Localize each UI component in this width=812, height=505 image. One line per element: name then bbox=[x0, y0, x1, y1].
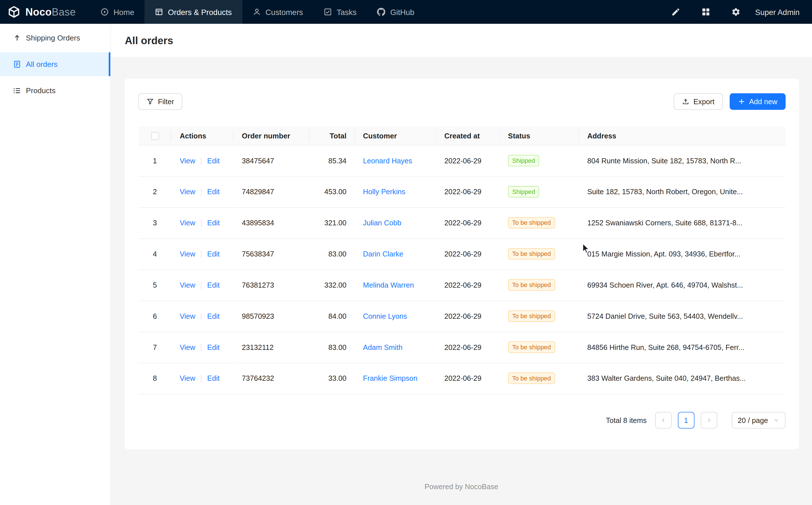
sidebar-item-all-orders[interactable]: All orders bbox=[0, 52, 110, 76]
customer-link[interactable]: Melinda Warren bbox=[363, 281, 414, 289]
prev-page-button[interactable] bbox=[655, 411, 672, 428]
row-index: 3 bbox=[153, 218, 157, 227]
page-size-value: 20 / page bbox=[738, 416, 768, 424]
customer-link[interactable]: Adam Smith bbox=[363, 343, 402, 351]
customers-icon bbox=[253, 8, 261, 16]
status-cell: Shipped bbox=[500, 145, 579, 176]
list-icon bbox=[13, 87, 21, 95]
row-index-cell: 5 bbox=[139, 270, 172, 301]
customer-link[interactable]: Leonard Hayes bbox=[363, 157, 412, 165]
nav-item-github[interactable]: GitHub bbox=[367, 0, 425, 24]
chevron-left-icon bbox=[660, 417, 666, 423]
total-cell: 83.00 bbox=[309, 331, 355, 363]
edit-link[interactable]: Edit bbox=[207, 312, 220, 320]
order-number-cell: 38475647 bbox=[234, 145, 309, 176]
column-header-actions: Actions bbox=[172, 127, 234, 145]
github-icon bbox=[377, 8, 385, 16]
edit-link[interactable]: Edit bbox=[207, 156, 220, 164]
user-menu[interactable]: Super Admin bbox=[755, 8, 800, 16]
total-cell: 33.00 bbox=[309, 363, 355, 394]
address-cell: 015 Margie Mission, Apt. 093, 34936, Ebe… bbox=[579, 238, 785, 270]
vertical-divider bbox=[201, 344, 202, 352]
navbar-right: Super Admin bbox=[651, 0, 812, 24]
view-link[interactable]: View bbox=[180, 374, 195, 382]
view-link[interactable]: View bbox=[180, 250, 195, 258]
page-number-button[interactable]: 1 bbox=[678, 411, 694, 428]
customer-cell: Julian Cobb bbox=[355, 207, 436, 238]
settings-gear-icon[interactable] bbox=[731, 7, 741, 17]
status-tag: To be shipped bbox=[508, 248, 555, 260]
view-link[interactable]: View bbox=[180, 312, 195, 320]
customer-link[interactable]: Darin Clarke bbox=[363, 250, 403, 258]
created-at-cell: 2022-06-29 bbox=[436, 331, 500, 363]
select-all-header bbox=[139, 127, 172, 145]
status-tag: To be shipped bbox=[508, 310, 555, 322]
table-row: 7 ViewEdit 23132112 83.00 Adam Smith 202… bbox=[139, 331, 786, 363]
view-link[interactable]: View bbox=[180, 187, 195, 196]
customer-cell: Connie Lyons bbox=[355, 301, 436, 332]
filter-funnel-icon bbox=[147, 98, 154, 105]
next-page-button[interactable] bbox=[701, 411, 717, 428]
export-button[interactable]: Export bbox=[673, 93, 723, 110]
row-index: 5 bbox=[153, 281, 157, 289]
row-index: 7 bbox=[153, 343, 157, 351]
column-header-order-number: Order number bbox=[234, 127, 309, 145]
sidebar-item-shipping-orders[interactable]: Shipping Orders bbox=[0, 26, 110, 50]
customer-cell: Darin Clarke bbox=[355, 238, 436, 270]
column-header-total: Total bbox=[309, 127, 355, 145]
view-link[interactable]: View bbox=[180, 156, 195, 164]
select-all-checkbox[interactable] bbox=[151, 132, 159, 140]
status-tag: To be shipped bbox=[508, 280, 555, 291]
column-header-status: Status bbox=[500, 127, 579, 145]
view-link[interactable]: View bbox=[180, 218, 195, 227]
nav-item-orders-products[interactable]: Orders & Products bbox=[145, 0, 242, 24]
chevron-right-icon bbox=[706, 417, 712, 423]
edit-link[interactable]: Edit bbox=[207, 218, 220, 227]
created-at-cell: 2022-06-29 bbox=[436, 363, 500, 394]
view-link[interactable]: View bbox=[180, 343, 195, 351]
table-row: 6 ViewEdit 98570923 84.00 Connie Lyons 2… bbox=[139, 301, 786, 332]
customer-link[interactable]: Connie Lyons bbox=[363, 312, 407, 320]
filter-button[interactable]: Filter bbox=[139, 93, 183, 110]
row-index-cell: 3 bbox=[139, 207, 172, 238]
edit-link[interactable]: Edit bbox=[207, 187, 220, 196]
table-row: 3 ViewEdit 43895834 321.00 Julian Cobb 2… bbox=[139, 207, 786, 238]
brand-primary: Noco bbox=[25, 6, 52, 17]
row-index-cell: 8 bbox=[139, 363, 172, 394]
ui-editor-pen-icon[interactable] bbox=[671, 7, 681, 17]
page-size-select[interactable]: 20 / page bbox=[732, 411, 786, 428]
add-new-button[interactable]: Add new bbox=[729, 93, 786, 110]
status-cell: To be shipped bbox=[500, 207, 579, 238]
customer-cell: Melinda Warren bbox=[355, 270, 436, 301]
address-cell: 5724 Daniel Drive, Suite 563, 54403, Wen… bbox=[579, 301, 785, 332]
status-tag: To be shipped bbox=[508, 217, 555, 228]
nav-item-home[interactable]: Home bbox=[90, 0, 145, 24]
customer-cell: Adam Smith bbox=[355, 331, 436, 363]
status-cell: To be shipped bbox=[500, 270, 579, 301]
edit-link[interactable]: Edit bbox=[207, 343, 220, 351]
row-index-cell: 7 bbox=[139, 331, 172, 363]
order-number-cell: 73764232 bbox=[234, 363, 309, 394]
nocobase-logo-icon bbox=[7, 5, 21, 19]
vertical-divider bbox=[201, 189, 202, 196]
edit-link[interactable]: Edit bbox=[207, 250, 220, 258]
edit-link[interactable]: Edit bbox=[207, 374, 220, 382]
page-title: All orders bbox=[125, 34, 173, 46]
sidebar-item-products[interactable]: Products bbox=[0, 79, 110, 103]
customer-link[interactable]: Holly Perkins bbox=[363, 188, 405, 196]
vertical-divider bbox=[201, 375, 202, 382]
nav-item-tasks[interactable]: Tasks bbox=[313, 0, 367, 24]
table-toolbar: Filter Export bbox=[139, 93, 786, 110]
actions-cell: ViewEdit bbox=[172, 176, 234, 207]
view-link[interactable]: View bbox=[180, 281, 195, 289]
actions-cell: ViewEdit bbox=[172, 238, 234, 270]
edit-link[interactable]: Edit bbox=[207, 281, 220, 289]
nav-item-customers[interactable]: Customers bbox=[242, 0, 313, 24]
brand[interactable]: NocoBase bbox=[0, 0, 90, 24]
total-cell: 332.00 bbox=[309, 270, 355, 301]
file-icon bbox=[13, 60, 21, 68]
customer-link[interactable]: Julian Cobb bbox=[363, 218, 401, 227]
plugins-grid-icon[interactable] bbox=[701, 7, 711, 17]
customer-cell: Leonard Hayes bbox=[355, 145, 436, 176]
customer-link[interactable]: Frankie Simpson bbox=[363, 374, 417, 382]
